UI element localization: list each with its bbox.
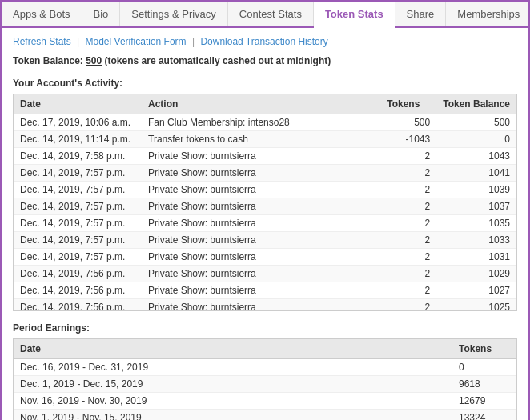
activity-cell-balance: 1025 bbox=[436, 299, 516, 311]
activity-col-action: Action bbox=[142, 94, 380, 114]
period-cell-date: Nov. 1, 2019 - Nov. 15, 2019 bbox=[14, 410, 452, 421]
activity-scroll[interactable]: Date Action Tokens Token Balance Dec. 17… bbox=[14, 94, 516, 310]
activity-row: Dec. 14, 2019, 7:57 p.m. Private Show: b… bbox=[14, 215, 516, 232]
activity-row: Dec. 14, 2019, 7:57 p.m. Private Show: b… bbox=[14, 249, 516, 266]
activity-cell-tokens: -1043 bbox=[380, 131, 436, 148]
activity-cell-date: Dec. 14, 2019, 7:57 p.m. bbox=[14, 215, 142, 232]
activity-cell-balance: 1035 bbox=[436, 215, 516, 232]
links-row: Refresh Stats | Model Verification Form … bbox=[13, 36, 517, 47]
activity-cell-date: Dec. 14, 2019, 7:57 p.m. bbox=[14, 165, 142, 182]
activity-cell-tokens: 2 bbox=[380, 215, 436, 232]
activity-cell-action: Private Show: burntsierra bbox=[142, 182, 380, 198]
activity-thead: Date Action Tokens Token Balance bbox=[14, 94, 516, 114]
sep1: | bbox=[77, 36, 79, 47]
tab-share[interactable]: Share bbox=[395, 2, 447, 26]
activity-cell-action: Fan Club Membership: intenso28 bbox=[142, 114, 380, 131]
activity-cell-balance: 1029 bbox=[436, 266, 516, 282]
period-row: Dec. 16, 2019 - Dec. 31, 2019 0 bbox=[14, 359, 516, 376]
activity-cell-action: Private Show: burntsierra bbox=[142, 148, 380, 165]
activity-cell-balance: 1041 bbox=[436, 165, 516, 182]
activity-cell-action: Private Show: burntsierra bbox=[142, 266, 380, 282]
activity-col-balance: Token Balance bbox=[436, 94, 516, 114]
period-cell-date: Dec. 16, 2019 - Dec. 31, 2019 bbox=[14, 359, 452, 376]
activity-cell-tokens: 2 bbox=[380, 198, 436, 215]
model-verification-link[interactable]: Model Verification Form bbox=[86, 36, 187, 47]
activity-cell-tokens: 500 bbox=[380, 114, 436, 131]
period-col-tokens: Tokens bbox=[452, 339, 516, 359]
activity-cell-tokens: 2 bbox=[380, 148, 436, 165]
activity-row: Dec. 17, 2019, 10:06 a.m. Fan Club Membe… bbox=[14, 114, 516, 131]
period-cell-tokens: 0 bbox=[452, 359, 516, 376]
activity-cell-balance: 1037 bbox=[436, 198, 516, 215]
activity-cell-date: Dec. 14, 2019, 7:57 p.m. bbox=[14, 232, 142, 249]
activity-cell-balance: 0 bbox=[436, 131, 516, 148]
activity-row: Dec. 14, 2019, 7:56 p.m. Private Show: b… bbox=[14, 266, 516, 282]
activity-cell-date: Dec. 17, 2019, 10:06 a.m. bbox=[14, 114, 142, 131]
period-header-row: Date Tokens bbox=[14, 339, 516, 359]
period-row: Nov. 1, 2019 - Nov. 15, 2019 13324 bbox=[14, 410, 516, 421]
activity-col-tokens: Tokens bbox=[380, 94, 436, 114]
period-tbody: Dec. 16, 2019 - Dec. 31, 2019 0 Dec. 1, … bbox=[14, 359, 516, 421]
activity-cell-date: Dec. 14, 2019, 7:57 p.m. bbox=[14, 249, 142, 266]
activity-cell-balance: 500 bbox=[436, 114, 516, 131]
period-thead: Date Tokens bbox=[14, 339, 516, 359]
period-cell-date: Nov. 16, 2019 - Nov. 30, 2019 bbox=[14, 393, 452, 410]
activity-cell-tokens: 2 bbox=[380, 165, 436, 182]
activity-cell-balance: 1039 bbox=[436, 182, 516, 198]
sep2: | bbox=[192, 36, 195, 47]
activity-row: Dec. 14, 2019, 7:58 p.m. Private Show: b… bbox=[14, 148, 516, 165]
activity-cell-tokens: 2 bbox=[380, 282, 436, 299]
tab-bar: Apps & Bots Bio Settings & Privacy Conte… bbox=[2, 2, 528, 28]
activity-row: Dec. 14, 2019, 7:56 p.m. Private Show: b… bbox=[14, 299, 516, 311]
activity-cell-tokens: 2 bbox=[380, 266, 436, 282]
activity-header-row: Date Action Tokens Token Balance bbox=[14, 94, 516, 114]
download-history-link[interactable]: Download Transaction History bbox=[200, 36, 327, 47]
refresh-stats-link[interactable]: Refresh Stats bbox=[13, 36, 71, 47]
activity-tbody: Dec. 17, 2019, 10:06 a.m. Fan Club Membe… bbox=[14, 114, 516, 311]
period-title: Period Earnings: bbox=[13, 322, 517, 334]
activity-wrapper: Date Action Tokens Token Balance Dec. 17… bbox=[13, 94, 517, 311]
balance-line: Token Balance: 500 (tokens are automatic… bbox=[13, 55, 517, 66]
activity-row: Dec. 14, 2019, 7:57 p.m. Private Show: b… bbox=[14, 198, 516, 215]
activity-cell-balance: 1031 bbox=[436, 249, 516, 266]
balance-note: (tokens are automatically cashed out at … bbox=[105, 55, 331, 66]
balance-label: Token Balance: bbox=[13, 55, 83, 66]
activity-cell-balance: 1027 bbox=[436, 282, 516, 299]
tab-bio[interactable]: Bio bbox=[82, 2, 121, 26]
period-cell-tokens: 12679 bbox=[452, 393, 516, 410]
activity-cell-action: Private Show: burntsierra bbox=[142, 232, 380, 249]
activity-cell-date: Dec. 14, 2019, 7:56 p.m. bbox=[14, 299, 142, 311]
tab-settings-privacy[interactable]: Settings & Privacy bbox=[120, 2, 228, 26]
period-cell-tokens: 9618 bbox=[452, 376, 516, 393]
activity-cell-tokens: 2 bbox=[380, 232, 436, 249]
balance-amount: 500 bbox=[86, 55, 102, 66]
content-area: Refresh Stats | Model Verification Form … bbox=[2, 28, 528, 420]
activity-table: Date Action Tokens Token Balance Dec. 17… bbox=[14, 94, 516, 310]
activity-cell-balance: 1043 bbox=[436, 148, 516, 165]
period-wrapper: Date Tokens Dec. 16, 2019 - Dec. 31, 201… bbox=[13, 338, 517, 420]
activity-row: Dec. 14, 2019, 7:56 p.m. Private Show: b… bbox=[14, 282, 516, 299]
activity-cell-tokens: 2 bbox=[380, 182, 436, 198]
period-col-date: Date bbox=[14, 339, 452, 359]
activity-cell-tokens: 2 bbox=[380, 249, 436, 266]
activity-cell-date: Dec. 14, 2019, 7:56 p.m. bbox=[14, 266, 142, 282]
activity-col-date: Date bbox=[14, 94, 142, 114]
activity-row: Dec. 14, 2019, 7:57 p.m. Private Show: b… bbox=[14, 182, 516, 198]
period-cell-date: Dec. 1, 2019 - Dec. 15, 2019 bbox=[14, 376, 452, 393]
tab-memberships[interactable]: Memberships bbox=[446, 2, 530, 26]
period-row: Dec. 1, 2019 - Dec. 15, 2019 9618 bbox=[14, 376, 516, 393]
period-cell-tokens: 13324 bbox=[452, 410, 516, 421]
activity-cell-action: Private Show: burntsierra bbox=[142, 198, 380, 215]
tab-contest-stats[interactable]: Contest Stats bbox=[228, 2, 314, 26]
activity-cell-action: Private Show: burntsierra bbox=[142, 299, 380, 311]
activity-title: Your Account's Activity: bbox=[13, 78, 517, 89]
tab-apps-bots[interactable]: Apps & Bots bbox=[2, 2, 82, 26]
main-container: Apps & Bots Bio Settings & Privacy Conte… bbox=[0, 0, 530, 420]
tab-token-stats[interactable]: Token Stats bbox=[314, 2, 395, 28]
activity-cell-action: Private Show: burntsierra bbox=[142, 165, 380, 182]
activity-cell-date: Dec. 14, 2019, 7:56 p.m. bbox=[14, 282, 142, 299]
period-table: Date Tokens Dec. 16, 2019 - Dec. 31, 201… bbox=[14, 339, 516, 420]
activity-cell-action: Transfer tokens to cash bbox=[142, 131, 380, 148]
activity-cell-date: Dec. 14, 2019, 7:57 p.m. bbox=[14, 182, 142, 198]
activity-cell-tokens: 2 bbox=[380, 299, 436, 311]
